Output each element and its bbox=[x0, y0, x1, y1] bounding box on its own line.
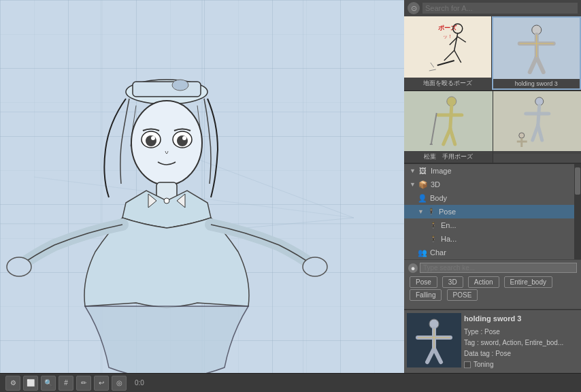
info-type-value: Pose bbox=[484, 328, 500, 336]
svg-line-10 bbox=[34, 177, 354, 218]
tool-btn-5[interactable]: ↩ bbox=[94, 376, 109, 391]
svg-line-48 bbox=[431, 113, 437, 144]
tag-btn-3d[interactable]: 3D bbox=[442, 276, 463, 288]
thumb-sword2-label bbox=[493, 151, 582, 154]
toning-checkbox[interactable] bbox=[464, 361, 471, 368]
tool-btn-zoom[interactable]: 🔍 bbox=[41, 376, 56, 391]
svg-point-55 bbox=[518, 133, 524, 138]
info-tag-value: sword, Action, Entire_bod... bbox=[480, 339, 563, 346]
svg-point-24 bbox=[172, 80, 188, 91]
right-panel: ⊙ ポーズ ッ！ bbox=[404, 0, 581, 373]
info-panel: holding sword 3 Type : Pose Tag : sword,… bbox=[404, 310, 581, 373]
svg-line-44 bbox=[450, 106, 452, 129]
toning-row: Toning bbox=[464, 359, 578, 370]
thumb-sword2[interactable] bbox=[493, 91, 582, 163]
figure-icon-hand: 🕴 bbox=[429, 234, 438, 244]
tree-item-pose[interactable]: ▼ 🕴 Pose bbox=[404, 205, 574, 218]
svg-line-35 bbox=[429, 69, 436, 71]
tree-label-entire: En... bbox=[441, 221, 456, 229]
svg-point-18 bbox=[151, 136, 155, 140]
search-row: ● bbox=[408, 263, 577, 273]
info-type-label: Type bbox=[464, 328, 479, 336]
tool-btn-grid[interactable]: # bbox=[59, 376, 73, 391]
svg-point-11 bbox=[126, 80, 208, 104]
tags-panel: ● Pose 3D Action Entire_body Falling POS… bbox=[404, 259, 581, 304]
tree-label-body: Body bbox=[430, 194, 447, 202]
info-datatag-label: Data tag bbox=[464, 350, 490, 357]
info-details: holding sword 3 Type : Pose Tag : sword,… bbox=[464, 313, 578, 370]
thumb-sword-label: holding sword 3 bbox=[493, 79, 580, 88]
svg-rect-12 bbox=[133, 82, 201, 97]
tag-btn-pose2[interactable]: POSE bbox=[447, 289, 478, 301]
pose-icon: 🕴 bbox=[427, 207, 436, 216]
bottom-toolbar: ⚙ ⬜ 🔍 # ✏ ↩ ◎ 0:0 bbox=[0, 373, 581, 392]
info-datatag-value: Pose bbox=[495, 350, 511, 357]
canvas-area[interactable] bbox=[0, 0, 404, 373]
tool-btn-2[interactable]: ⬜ bbox=[23, 376, 38, 391]
svg-point-17 bbox=[177, 135, 188, 146]
tree-item-body[interactable]: 👤 Body bbox=[404, 191, 574, 205]
tag-btn-entire-body[interactable]: Entire_body bbox=[504, 276, 552, 288]
info-datatag-row: Data tag : Pose bbox=[464, 348, 578, 359]
tag-btn-action[interactable]: Action bbox=[468, 276, 499, 288]
expand-arrow-image: ▼ bbox=[410, 167, 416, 174]
tree-scrollbar-thumb[interactable] bbox=[575, 167, 580, 195]
svg-point-15 bbox=[173, 131, 192, 148]
tag-btn-pose[interactable]: Pose bbox=[410, 276, 437, 288]
tree-label-3d: 3D bbox=[431, 180, 440, 189]
second-thumbs-area: 松葉 手用ポーズ bbox=[404, 91, 581, 164]
tag-buttons: Pose 3D Action Entire_body Falling POSE bbox=[408, 276, 577, 301]
tree-item-char[interactable]: 👥 Char bbox=[404, 246, 574, 259]
svg-point-23 bbox=[303, 257, 327, 276]
tree-content: ▼ 🖼 Image ▼ 📦 3D 👤 Body bbox=[404, 164, 574, 259]
3d-icon: 📦 bbox=[418, 180, 428, 189]
svg-rect-1 bbox=[0, 0, 404, 373]
svg-line-8 bbox=[136, 136, 354, 218]
tree-label-image: Image bbox=[431, 167, 452, 175]
body-icon: 👤 bbox=[418, 193, 427, 203]
info-thumb bbox=[407, 313, 461, 368]
svg-line-32 bbox=[458, 37, 466, 42]
info-type-row: Type : Pose bbox=[464, 327, 578, 338]
tree-scrollbar[interactable] bbox=[574, 164, 581, 259]
middle-section: ▼ 🖼 Image ▼ 📦 3D 👤 Body bbox=[404, 164, 581, 310]
svg-point-21 bbox=[164, 198, 169, 203]
tree-item-3d[interactable]: ▼ 📦 3D bbox=[404, 178, 574, 191]
thumb-crutch-label: 松葉 手用ポーズ bbox=[404, 151, 493, 163]
tree-and-scrollbar: ▼ 🖼 Image ▼ 📦 3D 👤 Body bbox=[404, 164, 581, 259]
svg-line-40 bbox=[536, 57, 543, 72]
info-name: holding sword 3 bbox=[464, 313, 578, 325]
tree-item-hand[interactable]: 🕴 Ha... bbox=[404, 232, 574, 246]
info-tag-row: Tag : sword, Action, Entire_bod... bbox=[464, 338, 578, 348]
svg-line-30 bbox=[454, 50, 461, 63]
tag-search-input[interactable] bbox=[420, 263, 577, 273]
tree-label-char: Char bbox=[430, 248, 446, 257]
tool-btn-1[interactable]: ⚙ bbox=[5, 376, 20, 391]
svg-point-13 bbox=[131, 101, 202, 185]
tag-btn-falling[interactable]: Falling bbox=[410, 289, 442, 301]
tree-item-image[interactable]: ▼ 🖼 Image bbox=[404, 164, 574, 178]
tree-label-pose: Pose bbox=[439, 208, 456, 216]
tree-label-hand: Ha... bbox=[441, 235, 456, 243]
svg-line-34 bbox=[431, 63, 434, 67]
svg-rect-2 bbox=[0, 0, 404, 373]
svg-point-19 bbox=[182, 136, 186, 140]
search-dot-icon: ● bbox=[408, 263, 418, 273]
main-area: ⊙ ポーズ ッ！ bbox=[0, 0, 581, 373]
thumb-kicking[interactable]: ポーズ ッ！ 地面を殴るポーズ bbox=[404, 16, 492, 90]
tree-item-entire[interactable]: 🕴 En... bbox=[404, 218, 574, 232]
search-input-top[interactable] bbox=[422, 3, 578, 14]
thumb-sword[interactable]: holding sword 3 bbox=[492, 16, 582, 90]
tool-btn-pen[interactable]: ✏ bbox=[76, 376, 91, 391]
tool-btn-6[interactable]: ◎ bbox=[112, 376, 127, 391]
info-tag-label: Tag bbox=[464, 339, 475, 346]
char-icon: 👥 bbox=[418, 248, 427, 257]
figure-icon-entire: 🕴 bbox=[429, 220, 438, 230]
thumb-crutch[interactable]: 松葉 手用ポーズ bbox=[404, 91, 493, 163]
search-icon: ⊙ bbox=[408, 2, 420, 14]
svg-line-47 bbox=[450, 129, 455, 144]
expand-arrow-pose: ▼ bbox=[418, 208, 424, 215]
coord-display: 0:0 bbox=[135, 379, 144, 387]
svg-line-33 bbox=[437, 61, 454, 65]
expand-arrow-3d: ▼ bbox=[410, 181, 416, 188]
